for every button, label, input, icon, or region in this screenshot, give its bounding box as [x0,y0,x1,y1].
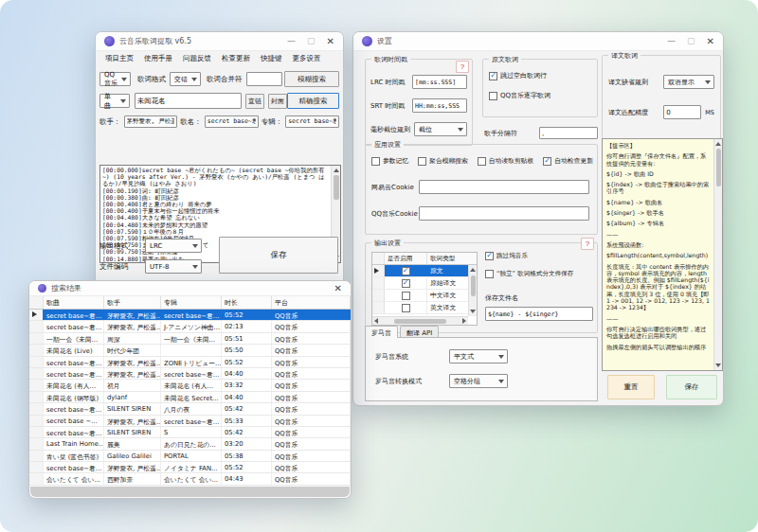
table-row[interactable]: 未闻花名 (有人... 初月 未闻花名 (有人... 03:32 QQ音乐 [29,380,351,391]
checkbox-icon[interactable] [371,157,380,166]
platform-select[interactable]: QQ音乐 [99,72,131,86]
search-type-select[interactable]: 单曲 [99,94,130,108]
output-option-checkbox[interactable]: 跳过纯音乐 [485,252,591,260]
menu-item[interactable]: 问题反馈 [183,54,211,63]
app-option-checkbox[interactable]: 自动检查更新 [543,156,593,166]
lyric-format-select[interactable]: 交错 [170,72,201,86]
enabled-cell[interactable] [385,290,427,301]
tab-romaji[interactable]: 罗马音 [365,326,398,338]
table-row[interactable]: 一期一会《未闻... 周深 一期一会《未闻... 05:51 QQ音乐 [29,333,351,345]
table-row[interactable]: secret base ~... 茅野愛衣, 戸松遥... secret bas… [29,416,351,427]
save-settings-button[interactable]: 保存 [666,375,717,399]
checkbox-icon[interactable] [543,157,551,166]
maximize-icon[interactable]: ▢ [687,37,695,45]
scroll-thumb[interactable] [394,319,446,324]
scroll-up-icon[interactable] [715,142,721,146]
netease-cookie-input[interactable] [419,180,589,194]
checkbox-icon[interactable] [402,267,410,275]
translation-precision-input[interactable] [663,105,701,119]
menu-item[interactable]: 使用手册 [144,54,172,63]
timestamp-help-button[interactable]: ? [456,61,469,73]
scroll-up-icon[interactable] [470,268,476,272]
original-option-checkbox[interactable]: QQ音乐逐字歌词 [489,91,593,100]
main-titlebar[interactable]: 云音乐歌词提取 v6.5 — ▢ ✕ [96,32,343,51]
checkbox-icon[interactable] [402,292,410,300]
lrc-timestamp-input[interactable] [412,75,467,89]
checkbox-icon[interactable] [489,72,497,80]
app-option-checkbox[interactable]: 参数记忆 [371,156,408,166]
settings-titlebar[interactable]: 设置 — ▢ ✕ [353,32,723,51]
scroll-thumb[interactable] [471,275,476,296]
song-name-field[interactable] [205,115,259,128]
app-option-checkbox[interactable]: 聚合模糊搜索 [418,156,468,166]
checkbox-icon[interactable] [402,279,410,288]
filename-input[interactable] [485,307,593,321]
table-row[interactable]: 会いたくて 会い... 西野加奈 会いたくて 会い... 04:43 QQ音乐 [29,473,351,485]
encoding-select[interactable]: UTF-8 [145,259,202,274]
maximize-icon[interactable]: ▢ [307,37,316,45]
table-row[interactable]: secret base~君... 茅野愛衣, 戸松遥... J-アニメソン神曲.… [29,321,351,332]
table-row[interactable]: secret base~君... 茅野愛衣, 戸松遥... ZONEトリビュー.… [29,357,351,368]
close-icon[interactable]: ✕ [707,37,714,46]
minimize-icon[interactable]: — [667,37,676,45]
qq-cookie-input[interactable] [419,206,589,221]
table-row[interactable]: secret base~君... 茅野愛衣, 戸松遥... ノイタミナ FAN.… [29,462,351,473]
menu-item[interactable]: 检查更新 [222,54,250,63]
keyword-input[interactable] [135,93,242,109]
scroll-right-icon[interactable] [462,318,466,324]
translation-rule-select[interactable]: 双语显示 [663,75,714,89]
scroll-thumb[interactable] [716,149,721,186]
menu-item[interactable]: 项目主页 [105,54,134,63]
lyric-type-hscrollbar[interactable] [372,316,468,325]
singer-field[interactable] [124,115,178,128]
cover-button[interactable]: 封面 [268,94,287,109]
output-format-select[interactable]: LRC [145,239,202,253]
checkbox-icon[interactable] [485,270,494,278]
column-header-album[interactable]: 专辑 [161,296,222,309]
app-option-checkbox[interactable]: 自动读取剪贴板 [478,156,534,166]
column-header-song[interactable]: 歌曲 [44,296,104,309]
results-titlebar[interactable]: 搜索结果 ✕ [29,281,351,296]
table-row[interactable]: 未闻花名 (钢琴版) dylanf 未闻花名 Secret... 04:40 Q… [29,392,351,403]
scroll-up-icon[interactable] [334,168,339,172]
enabled-cell[interactable] [385,277,427,289]
lyric-type-row[interactable]: 英文译文 [372,302,468,314]
exact-search-button[interactable]: 精确搜索 [287,93,339,109]
output-option-checkbox[interactable]: “独立” 歌词格式分文件保存 [485,270,591,278]
table-row[interactable]: secret base~君... SILENT SIREN 八月の夜 05:42… [29,403,351,415]
reset-button[interactable]: 重置 [607,375,655,399]
menu-item[interactable]: 更多设置 [293,54,321,63]
output-help-button[interactable]: ? [581,238,594,250]
direct-link-button[interactable]: 直链 [245,94,264,109]
table-row[interactable]: 未闻花名 (Live) 时代少年团 05:50 QQ音乐 [29,345,351,356]
minimize-icon[interactable]: — [287,37,296,45]
scroll-thumb[interactable] [334,175,339,200]
lyric-type-vscrollbar[interactable] [468,265,477,316]
lyric-type-row[interactable]: 原始译文 [372,277,468,290]
scroll-left-icon[interactable] [374,318,378,324]
romaji-system-select[interactable]: 平文式 [449,349,508,364]
enabled-cell[interactable] [385,265,427,276]
original-option-checkbox[interactable]: 跳过空白歌词行 [489,71,593,80]
close-icon[interactable]: ✕ [327,37,334,46]
lyric-type-row[interactable]: 中文译文 [372,290,468,302]
singer-separator-input[interactable] [539,127,598,139]
merge-symbol-input[interactable] [246,72,282,86]
table-row[interactable]: 青い栞 (蓝色书签) Galileo Galilei PORTAL 05:38 … [29,451,351,462]
checkbox-icon[interactable] [418,157,426,166]
checkbox-icon[interactable] [478,157,486,166]
scroll-down-icon[interactable] [470,310,476,313]
table-row[interactable]: secret base~君... 茅野愛衣, 戸松遥... secret bas… [29,310,351,321]
hint-scrollbar[interactable] [713,139,722,370]
romaji-mode-select[interactable]: 空格分组 [449,374,508,388]
lyric-type-row[interactable]: 原文 [372,265,468,277]
enabled-cell[interactable] [385,302,427,313]
checkbox-icon[interactable] [485,252,494,260]
fuzzy-search-button[interactable]: 模糊搜索 [284,71,339,87]
column-header-singer[interactable]: 歌手 [104,296,161,309]
column-header-duration[interactable]: 时长 [222,296,272,309]
ms-rule-select[interactable]: 截位 [414,122,467,136]
horizontal-scrollbar[interactable] [30,487,350,497]
table-row[interactable]: secret base~君... 茅野愛衣, 戸松遥... secret bas… [29,368,351,380]
album-field[interactable] [285,115,339,128]
